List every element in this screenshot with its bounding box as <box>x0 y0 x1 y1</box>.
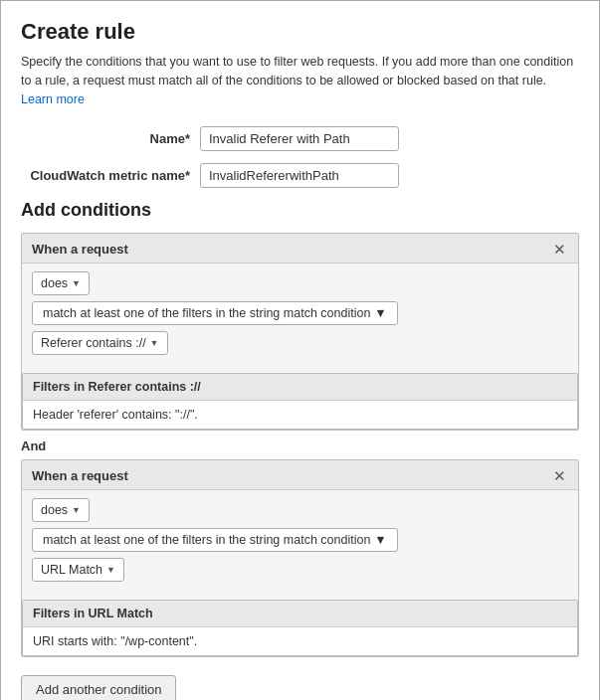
match-condition-dropdown-1[interactable]: match at least one of the filters in the… <box>32 301 398 325</box>
filter-dropdown-1[interactable]: Referer contains :// ▼ <box>32 331 168 355</box>
cloudwatch-row: CloudWatch metric name* <box>21 163 579 188</box>
condition-close-btn-2[interactable]: ✕ <box>551 468 568 483</box>
condition-close-btn-1[interactable]: ✕ <box>551 242 568 257</box>
add-condition-button[interactable]: Add another condition <box>21 675 176 700</box>
condition-when-label-2: When a request <box>32 468 128 483</box>
does-dropdown-arrow-1: ▼ <box>72 278 81 288</box>
condition-block-1: When a request ✕ does ▼ match at least o… <box>21 233 579 431</box>
name-row: Name* <box>21 126 579 151</box>
filters-section-1: Filters in Referer contains :// Header '… <box>22 373 578 430</box>
condition-body-1: does ▼ match at least one of the filters… <box>22 263 578 371</box>
filter-dropdown-arrow-1: ▼ <box>150 338 159 348</box>
and-label: And <box>21 438 579 453</box>
filter-dropdown-2[interactable]: URL Match ▼ <box>32 558 124 582</box>
learn-more-link[interactable]: Learn more <box>21 92 85 106</box>
condition-header-1: When a request ✕ <box>22 234 578 263</box>
page-description: Specify the conditions that you want to … <box>21 53 579 108</box>
condition-body-2: does ▼ match at least one of the filters… <box>22 490 578 598</box>
cloudwatch-input[interactable] <box>200 163 399 188</box>
filters-section-2: Filters in URL Match URI starts with: "/… <box>22 600 578 656</box>
page-title: Create rule <box>21 19 579 45</box>
condition-header-2: When a request ✕ <box>22 460 578 490</box>
add-conditions-heading: Add conditions <box>21 200 579 221</box>
does-dropdown-arrow-2: ▼ <box>72 505 81 515</box>
match-dropdown-arrow-2: ▼ <box>374 533 386 547</box>
match-dropdown-arrow-1: ▼ <box>374 306 386 320</box>
filter-dropdown-arrow-2: ▼ <box>106 565 115 575</box>
filters-body-2: URI starts with: "/wp-content". <box>23 627 577 655</box>
filters-header-1: Filters in Referer contains :// <box>23 374 577 401</box>
cloudwatch-label: CloudWatch metric name* <box>21 168 200 183</box>
match-condition-dropdown-2[interactable]: match at least one of the filters in the… <box>32 528 398 552</box>
condition-block-2: When a request ✕ does ▼ match at least o… <box>21 459 579 657</box>
name-input[interactable] <box>200 126 399 151</box>
does-dropdown-1[interactable]: does ▼ <box>32 271 90 295</box>
does-dropdown-2[interactable]: does ▼ <box>32 498 90 522</box>
name-label: Name* <box>21 131 200 146</box>
filters-header-2: Filters in URL Match <box>23 601 577 627</box>
condition-when-label-1: When a request <box>32 242 128 257</box>
filters-body-1: Header 'referer' contains: "://". <box>23 401 577 429</box>
